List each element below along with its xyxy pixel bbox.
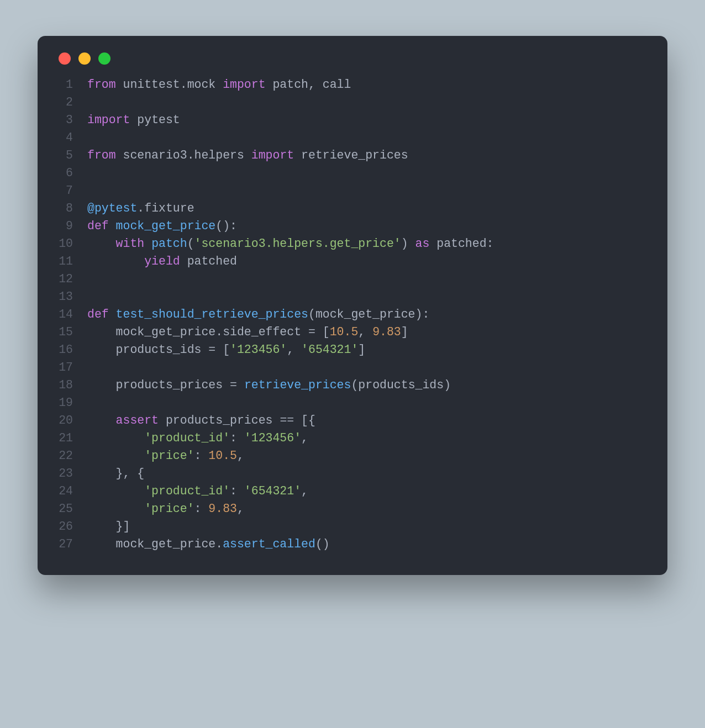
line-number: 14 <box>38 305 87 323</box>
line-number: 12 <box>38 270 87 288</box>
line-number: 20 <box>38 412 87 429</box>
line-number: 23 <box>38 465 87 482</box>
code-content[interactable]: @pytest.fixture <box>87 199 194 217</box>
code-line: 3import pytest <box>38 111 645 129</box>
line-number: 27 <box>38 535 87 553</box>
line-number: 21 <box>38 429 87 447</box>
code-content[interactable]: mock_get_price.side_effect = [10.5, 9.83… <box>87 323 408 341</box>
code-content[interactable] <box>87 270 94 288</box>
close-icon[interactable] <box>59 52 71 65</box>
code-line: 26 }] <box>38 518 645 535</box>
zoom-icon[interactable] <box>98 52 111 65</box>
line-number: 7 <box>38 182 87 199</box>
minimize-icon[interactable] <box>78 52 91 65</box>
code-line: 21 'product_id': '123456', <box>38 429 645 447</box>
line-number: 22 <box>38 447 87 465</box>
code-content[interactable]: import pytest <box>87 111 180 129</box>
code-content[interactable] <box>87 288 94 305</box>
code-line: 11 yield patched <box>38 252 645 270</box>
code-line: 2 <box>38 93 645 111</box>
code-line: 1from unittest.mock import patch, call <box>38 76 645 93</box>
line-number: 1 <box>38 76 87 93</box>
code-content[interactable]: products_prices = retrieve_prices(produc… <box>87 376 451 394</box>
code-line: 24 'product_id': '654321', <box>38 482 645 500</box>
line-number: 2 <box>38 93 87 111</box>
code-content[interactable] <box>87 358 94 376</box>
code-line: 6 <box>38 164 645 182</box>
code-line: 14def test_should_retrieve_prices(mock_g… <box>38 305 645 323</box>
code-content[interactable]: 'price': 9.83, <box>87 500 244 518</box>
code-line: 22 'price': 10.5, <box>38 447 645 465</box>
code-content[interactable]: yield patched <box>87 252 237 270</box>
code-content[interactable]: mock_get_price.assert_called() <box>87 535 330 553</box>
line-number: 8 <box>38 199 87 217</box>
code-content[interactable] <box>87 394 94 412</box>
line-number: 4 <box>38 129 87 146</box>
code-line: 27 mock_get_price.assert_called() <box>38 535 645 553</box>
code-content[interactable]: }] <box>87 518 130 535</box>
code-line: 13 <box>38 288 645 305</box>
code-line: 10 with patch('scenario3.helpers.get_pri… <box>38 235 645 252</box>
code-line: 20 assert products_prices == [{ <box>38 412 645 429</box>
line-number: 10 <box>38 235 87 252</box>
line-number: 18 <box>38 376 87 394</box>
code-area[interactable]: 1from unittest.mock import patch, call2 … <box>38 76 667 553</box>
code-content[interactable]: from scenario3.helpers import retrieve_p… <box>87 146 408 164</box>
code-line: 12 <box>38 270 645 288</box>
line-number: 6 <box>38 164 87 182</box>
line-number: 19 <box>38 394 87 412</box>
code-content[interactable] <box>87 164 94 182</box>
code-content[interactable] <box>87 93 94 111</box>
code-content[interactable] <box>87 182 94 199</box>
code-content[interactable]: 'price': 10.5, <box>87 447 244 465</box>
code-line: 23 }, { <box>38 465 645 482</box>
code-content[interactable]: products_ids = ['123456', '654321'] <box>87 341 365 358</box>
code-content[interactable]: 'product_id': '123456', <box>87 429 308 447</box>
code-content[interactable]: def mock_get_price(): <box>87 217 237 235</box>
line-number: 24 <box>38 482 87 500</box>
code-line: 4 <box>38 129 645 146</box>
code-line: 18 products_prices = retrieve_prices(pro… <box>38 376 645 394</box>
code-content[interactable]: 'product_id': '654321', <box>87 482 308 500</box>
code-line: 5from scenario3.helpers import retrieve_… <box>38 146 645 164</box>
code-line: 7 <box>38 182 645 199</box>
editor-window: 1from unittest.mock import patch, call2 … <box>38 36 667 575</box>
code-content[interactable]: with patch('scenario3.helpers.get_price'… <box>87 235 493 252</box>
line-number: 25 <box>38 500 87 518</box>
window-titlebar <box>38 36 667 76</box>
code-line: 25 'price': 9.83, <box>38 500 645 518</box>
line-number: 9 <box>38 217 87 235</box>
line-number: 13 <box>38 288 87 305</box>
line-number: 16 <box>38 341 87 358</box>
code-line: 8@pytest.fixture <box>38 199 645 217</box>
line-number: 15 <box>38 323 87 341</box>
code-content[interactable]: assert products_prices == [{ <box>87 412 315 429</box>
code-content[interactable]: from unittest.mock import patch, call <box>87 76 351 93</box>
code-content[interactable] <box>87 129 94 146</box>
code-line: 9def mock_get_price(): <box>38 217 645 235</box>
line-number: 26 <box>38 518 87 535</box>
line-number: 17 <box>38 358 87 376</box>
code-line: 15 mock_get_price.side_effect = [10.5, 9… <box>38 323 645 341</box>
code-content[interactable]: def test_should_retrieve_prices(mock_get… <box>87 305 429 323</box>
code-content[interactable]: }, { <box>87 465 144 482</box>
line-number: 11 <box>38 252 87 270</box>
line-number: 3 <box>38 111 87 129</box>
code-line: 17 <box>38 358 645 376</box>
code-line: 19 <box>38 394 645 412</box>
line-number: 5 <box>38 146 87 164</box>
code-line: 16 products_ids = ['123456', '654321'] <box>38 341 645 358</box>
